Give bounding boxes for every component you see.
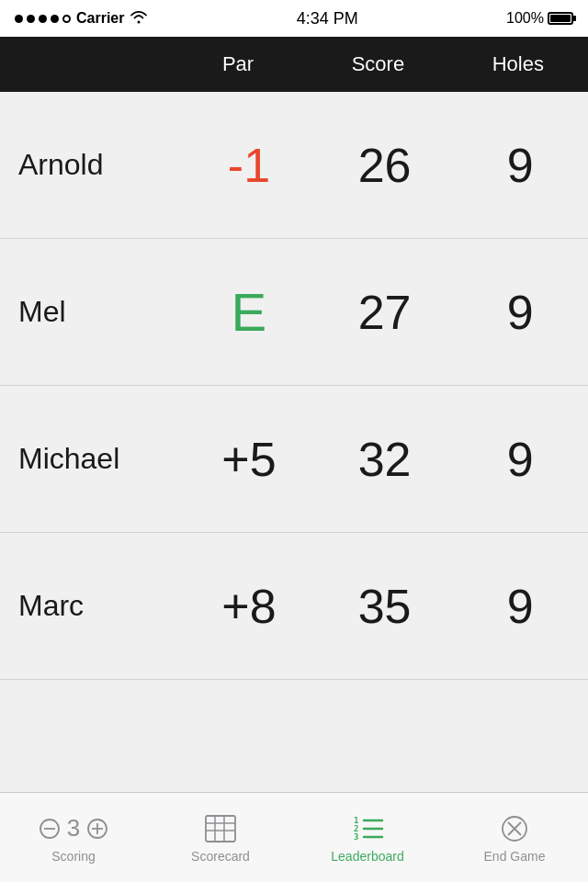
tab-leaderboard[interactable]: 1 2 3 Leaderboard — [294, 793, 441, 882]
header-holes: Holes — [448, 52, 588, 76]
player-row-michael[interactable]: Michael+5329 — [0, 386, 588, 533]
players-list: Arnold-1269MelE279Michael+5329Marc+8359 — [0, 92, 588, 680]
svg-rect-5 — [206, 816, 235, 842]
tab-scoring-label: Scoring — [51, 849, 95, 864]
header-score: Score — [308, 52, 447, 76]
player-score-2: 32 — [317, 432, 453, 487]
player-name-3: Marc — [0, 589, 181, 623]
tab-endgame[interactable]: End Game — [441, 793, 588, 882]
player-score-3: 35 — [317, 579, 453, 634]
player-row-mel[interactable]: MelE279 — [0, 239, 588, 386]
battery-area: 100% — [506, 10, 573, 27]
dot-3 — [39, 15, 47, 23]
column-header: Par Score Holes — [0, 37, 588, 92]
scoring-value: 3 — [67, 814, 80, 842]
scoring-icon: 3 — [55, 812, 92, 845]
leaderboard-icon: 1 2 3 — [349, 812, 386, 845]
battery-icon — [548, 12, 573, 25]
tab-bar: 3 Scoring Scorecard — [0, 792, 588, 882]
player-par-1: E — [181, 281, 317, 343]
player-par-3: +8 — [181, 579, 317, 634]
dot-4 — [51, 15, 59, 23]
player-row-marc[interactable]: Marc+8359 — [0, 533, 588, 680]
player-holes-2: 9 — [452, 432, 588, 487]
svg-text:3: 3 — [354, 832, 358, 842]
tab-scorecard-label: Scorecard — [191, 849, 250, 864]
tab-leaderboard-label: Leaderboard — [331, 849, 403, 864]
tab-endgame-label: End Game — [484, 849, 546, 864]
dot-1 — [15, 15, 23, 23]
dot-2 — [27, 15, 35, 23]
dot-5 — [62, 15, 71, 23]
tab-scorecard[interactable]: Scorecard — [147, 793, 294, 882]
player-score-0: 26 — [317, 138, 453, 193]
carrier-label: Carrier — [76, 10, 124, 27]
tab-scoring[interactable]: 3 Scoring — [0, 793, 147, 882]
player-name-0: Arnold — [0, 148, 181, 182]
player-holes-3: 9 — [452, 579, 588, 634]
scoring-control: 3 — [40, 814, 107, 842]
wifi-icon — [130, 9, 148, 28]
player-par-0: -1 — [181, 138, 317, 193]
player-score-1: 27 — [317, 285, 453, 340]
player-holes-1: 9 — [452, 285, 588, 340]
header-par: Par — [168, 52, 308, 76]
player-row-arnold[interactable]: Arnold-1269 — [0, 92, 588, 239]
player-par-2: +5 — [181, 432, 317, 487]
endgame-icon — [496, 812, 533, 845]
player-name-1: Mel — [0, 295, 181, 329]
battery-percent: 100% — [506, 10, 544, 27]
player-holes-0: 9 — [452, 138, 588, 193]
battery-fill — [550, 15, 571, 22]
status-bar: Carrier 4:34 PM 100% — [0, 0, 588, 37]
scorecard-icon — [202, 812, 239, 845]
status-left: Carrier — [15, 9, 148, 28]
time-display: 4:34 PM — [297, 9, 358, 28]
signal-dots — [15, 15, 71, 23]
player-name-2: Michael — [0, 442, 181, 476]
